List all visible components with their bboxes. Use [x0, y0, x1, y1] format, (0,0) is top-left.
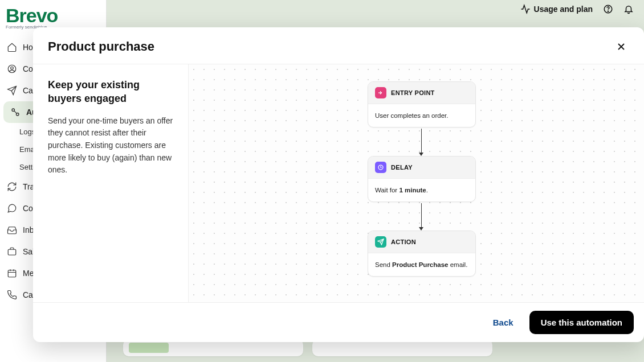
- modal-header: Product purchase: [33, 27, 644, 64]
- svg-rect-5: [8, 270, 16, 277]
- back-button[interactable]: Back: [485, 312, 521, 333]
- paper-plane-icon: [7, 85, 17, 96]
- phone-icon: [7, 290, 17, 300]
- flow-connector: [421, 129, 422, 155]
- flow-canvas: ENTRY POINT User completes an order. DEL…: [189, 64, 644, 302]
- chat-icon: [7, 203, 17, 213]
- logo-text: Brevo: [6, 5, 100, 27]
- flow-card-body: Send Product Purchase email.: [368, 253, 475, 276]
- refresh-icon: [7, 182, 17, 192]
- topbar: Usage and plan: [520, 0, 644, 18]
- help-icon[interactable]: [603, 4, 613, 14]
- flow-card-body: Wait for 1 minute.: [368, 179, 475, 201]
- house-icon: [7, 42, 17, 52]
- info-description: Send your one-time buyers an offer they …: [48, 115, 173, 176]
- inbox-icon: [7, 225, 17, 235]
- user-circle-icon: [7, 64, 17, 74]
- flow-card-title: ACTION: [391, 238, 416, 245]
- svg-point-1: [11, 67, 14, 69]
- svg-rect-4: [8, 249, 16, 255]
- clock-icon: [375, 162, 386, 173]
- svg-point-3: [17, 113, 19, 116]
- use-this-automation-button[interactable]: Use this automation: [529, 311, 634, 334]
- info-heading: Keep your existing buyers engaged: [48, 78, 173, 106]
- bell-icon[interactable]: [623, 4, 634, 14]
- logo: Brevo Formerly sendinblue: [0, 0, 106, 31]
- flow-card-header: DELAY: [368, 157, 475, 179]
- svg-point-2: [12, 109, 15, 112]
- usage-label: Usage and plan: [534, 5, 593, 14]
- flow-card-action[interactable]: ACTION Send Product Purchase email.: [368, 231, 476, 277]
- flow-card-entry[interactable]: ENTRY POINT User completes an order.: [368, 81, 476, 127]
- modal-info-panel: Keep your existing buyers engaged Send y…: [33, 64, 189, 302]
- flow-card-header: ACTION: [368, 231, 475, 253]
- modal-footer: Back Use this automation: [33, 303, 644, 342]
- send-icon: [375, 236, 386, 248]
- flow-card-title: DELAY: [391, 164, 413, 171]
- activity-icon: [520, 4, 531, 14]
- flow-card-delay[interactable]: DELAY Wait for 1 minute.: [368, 156, 476, 202]
- automation-template-modal: Product purchase Keep your existing buye…: [33, 27, 644, 342]
- automation-icon: [10, 107, 21, 117]
- modal-title: Product purchase: [48, 39, 154, 54]
- flow-card-body: User completes an order.: [368, 104, 475, 127]
- calendar-icon: [7, 268, 17, 278]
- entry-point-icon: [375, 87, 386, 98]
- flow-card-header: ENTRY POINT: [368, 82, 475, 104]
- flow-connector: [421, 203, 422, 230]
- briefcase-icon: [7, 246, 17, 257]
- close-button[interactable]: [613, 39, 629, 55]
- flow-card-title: ENTRY POINT: [391, 89, 435, 96]
- background-badge: [129, 343, 169, 353]
- modal-body: Keep your existing buyers engaged Send y…: [33, 64, 644, 303]
- usage-and-plan-link[interactable]: Usage and plan: [520, 4, 593, 14]
- svg-point-7: [608, 11, 608, 11]
